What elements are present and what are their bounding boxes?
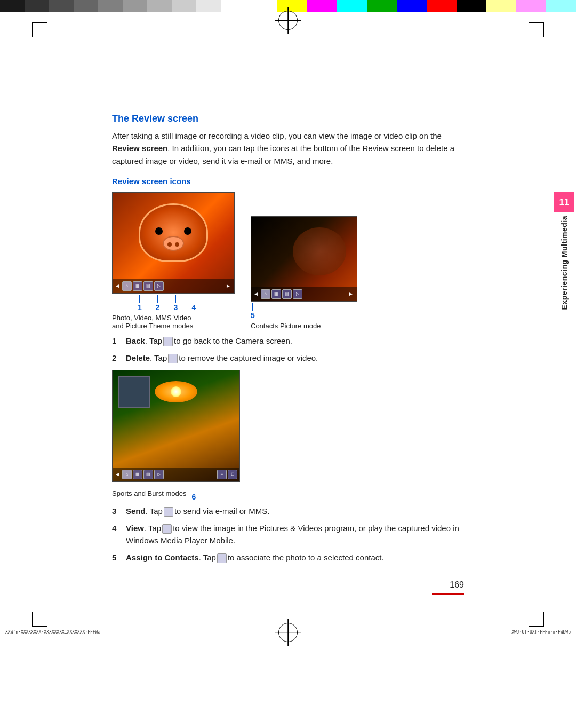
assign-icon <box>217 553 227 563</box>
delete-icon <box>168 354 178 363</box>
list-num-4: 4 <box>112 523 122 535</box>
bottom-area: XXW'n·XXXXXXXX·XXXXXXXX1XXXXXXX·FFFWa XW… <box>0 595 576 638</box>
sub-title: Review screen icons <box>112 177 464 186</box>
num-label-2: 2 <box>156 303 160 312</box>
pig-snout <box>163 236 184 251</box>
chapter-number-badge: 11 <box>554 192 574 212</box>
screenshot-2-block: ◄ ⌂ ▦ ▤ ▷ ► <box>251 216 357 330</box>
screenshot-sports-mode: ◄ ⌂ ▦ ▤ ▷ ≡ ⊞ <box>112 370 240 482</box>
arrow-6: 6 <box>191 484 196 501</box>
pig-nostril-left <box>167 242 172 247</box>
page-number: 169 <box>112 580 464 590</box>
cam3-window <box>118 376 150 408</box>
bottom-text-left: XXW'n·XXXXXXXX·XXXXXXXX1XXXXXXX·FFFWa <box>5 630 100 635</box>
toolbar-icon-1: ⌂ <box>122 281 132 291</box>
list-num-3: 3 <box>112 505 122 518</box>
num-label-5: 5 <box>251 311 255 320</box>
cam3-chandelier <box>155 381 197 418</box>
body-bold: Review screen <box>112 144 167 153</box>
toolbar-icon-2: ▦ <box>133 281 142 291</box>
corner-bracket-tl <box>32 22 47 37</box>
caption-3-row: Sports and Burst modes 6 <box>112 484 464 501</box>
numbered-list-2: 3 Send. Tapto send via e-mail or MMS. 4 … <box>112 505 464 564</box>
arrow-4: 4 <box>191 295 196 312</box>
num-label-4: 4 <box>191 303 196 312</box>
bottom-text-row: XXW'n·XXXXXXXX·XXXXXXXX1XXXXXXX·FFFWa XW… <box>0 630 576 635</box>
cam3-icon-1: ⌂ <box>122 470 132 479</box>
arrow-5: 5 <box>251 303 255 320</box>
body-text: After taking a still image or recording … <box>112 130 464 167</box>
view-icon <box>162 524 172 534</box>
pig-eye-left <box>155 227 163 235</box>
images-row: ◄ ⌂ ▦ ▤ ▷ ► <box>112 192 464 330</box>
chandelier-body <box>155 381 197 402</box>
cam-toolbar-3: ◄ ⌂ ▦ ▤ ▷ ≡ ⊞ <box>113 468 239 481</box>
corner-bracket-tr <box>529 22 544 37</box>
num-label-6: 6 <box>191 493 196 501</box>
cam2-arrow-right: ► <box>348 291 354 297</box>
cam2-icon-4: ▷ <box>293 289 302 299</box>
send-icon <box>164 507 173 517</box>
color-bar-right <box>277 0 576 12</box>
list-text-4: View. Tapto view the image in the Pictur… <box>126 523 464 547</box>
toolbar-icon-3: ▤ <box>143 281 153 291</box>
screenshot-contacts-mode: ◄ ⌂ ▦ ▤ ▷ ► <box>251 216 357 302</box>
toolbar-icon-4: ▷ <box>154 281 164 291</box>
toolbar-arrow-left: ◄ <box>115 283 120 289</box>
body-intro: After taking a still image or recording … <box>112 131 442 140</box>
cam3-icon-2: ▦ <box>133 470 142 479</box>
side-tab: 11 Experiencing Multimedia <box>553 192 576 310</box>
caption-1: Photo, Video, MMS Videoand Picture Theme… <box>112 314 193 330</box>
list-text-1: Back. Tapto go back to the Camera screen… <box>126 335 464 347</box>
list-num-5: 5 <box>112 552 122 564</box>
bottom-text-right: XWJ·U[·UX[·FFF⊠·⊠·FWbWb <box>511 630 571 635</box>
arrow-2: 2 <box>156 295 160 312</box>
corner-bracket-br <box>529 612 544 627</box>
list-item-3: 3 Send. Tapto send via e-mail or MMS. <box>112 505 464 518</box>
list-item-5: 5 Assign to Contacts. Tapto associate th… <box>112 552 464 564</box>
cam2-icon-1: ⌂ <box>261 289 270 299</box>
list-text-3: Send. Tapto send via e-mail or MMS. <box>126 505 464 518</box>
screenshot-1-block: ◄ ⌂ ▦ ▤ ▷ ► <box>112 192 235 330</box>
corner-bracket-bl <box>32 612 47 627</box>
pig-eye-right <box>184 227 191 235</box>
back-icon <box>163 337 173 346</box>
list-item-1: 1 Back. Tapto go back to the Camera scre… <box>112 335 464 347</box>
num-label-1: 1 <box>138 303 142 312</box>
list-num-2: 2 <box>112 352 122 365</box>
pig-head <box>139 203 208 262</box>
arrow-lines-1: 1 2 3 4 <box>112 295 196 312</box>
main-content: The Review screen After taking a still i… <box>112 54 464 595</box>
cam2-arrow-left: ◄ <box>253 291 259 297</box>
arrow-1: 1 <box>138 295 142 312</box>
list-text-2: Delete. Tapto remove the captured image … <box>126 352 464 365</box>
cam-toolbar-2: ◄ ⌂ ▦ ▤ ▷ ► <box>251 287 357 301</box>
num-label-3: 3 <box>174 303 178 312</box>
cam3-icon-6: ⊞ <box>228 470 237 479</box>
numbered-list: 1 Back. Tapto go back to the Camera scre… <box>112 335 464 365</box>
arrow-3: 3 <box>174 295 178 312</box>
cam-toolbar-1: ◄ ⌂ ▦ ▤ ▷ ► <box>113 279 234 293</box>
cam3-icon-3: ▤ <box>143 470 153 479</box>
cam2-pig-shape <box>293 227 346 275</box>
caption-3: Sports and Burst modes <box>112 489 186 497</box>
list-item-2: 2 Delete. Tapto remove the captured imag… <box>112 352 464 365</box>
side-tab-label: Experiencing Multimedia <box>560 216 569 310</box>
section-title: The Review screen <box>112 113 464 124</box>
cam2-icon-2: ▦ <box>271 289 281 299</box>
cam3-arrow-left: ◄ <box>115 471 120 477</box>
cam3-icon-5: ≡ <box>217 470 227 479</box>
screenshot-3-block: ◄ ⌂ ▦ ▤ ▷ ≡ ⊞ <box>112 370 464 501</box>
callout-arrows-1: 1 2 3 4 <box>112 295 196 312</box>
list-num-1: 1 <box>112 335 122 347</box>
pig-face <box>139 203 208 267</box>
callout-5-arrow: 5 <box>251 303 271 320</box>
chandelier-light <box>171 386 181 397</box>
caption-2: Contacts Picture mode <box>251 322 321 330</box>
cam2-icon-3: ▤ <box>282 289 292 299</box>
list-item-4: 4 View. Tapto view the image in the Pict… <box>112 523 464 547</box>
color-bar-left <box>0 0 245 12</box>
top-reg-area <box>0 12 576 54</box>
cam3-icon-4: ▷ <box>154 470 164 479</box>
pig-nostril-right <box>175 242 179 247</box>
